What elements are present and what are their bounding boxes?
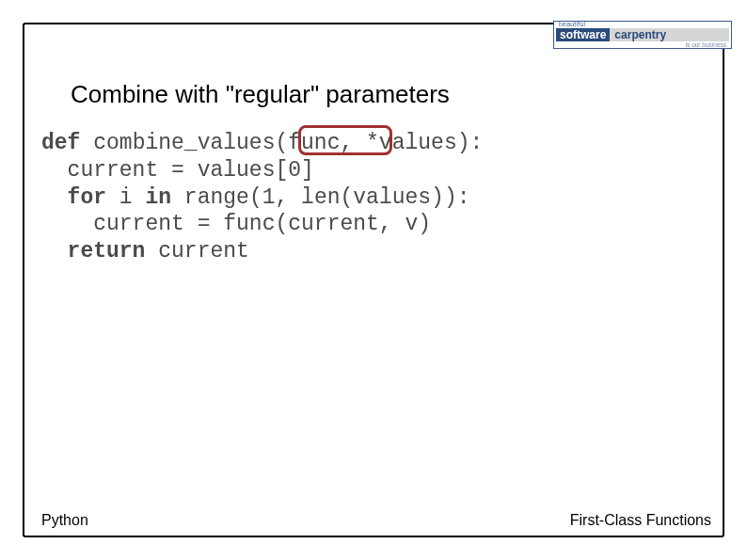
code-kw-return: return <box>68 239 146 264</box>
slide: beautiful software carpentry is our busi… <box>0 0 747 560</box>
slide-title: Combine with "regular" parameters <box>71 80 450 109</box>
logo: beautiful software carpentry is our busi… <box>553 21 732 49</box>
code-text: range(1, len(values)): <box>171 185 469 210</box>
footer-right: First-Class Functions <box>570 512 711 529</box>
code-kw-for: for <box>68 185 106 210</box>
code-text: current = func(current, v) <box>41 212 431 236</box>
code-text: current <box>145 239 248 264</box>
code-text: current = values[0] <box>41 158 314 183</box>
code-kw-in: in <box>145 185 171 210</box>
footer-left: Python <box>41 512 88 529</box>
code-kw-def: def <box>41 131 80 155</box>
code-text: combine_values(func, *values): <box>80 131 483 155</box>
code-text <box>41 239 68 264</box>
logo-software: software <box>556 28 610 41</box>
code-block: def combine_values(func, *values): curre… <box>41 130 483 265</box>
logo-tagline-bottom: is our business <box>556 42 729 49</box>
logo-main: software carpentry <box>556 28 729 41</box>
code-text <box>41 185 68 210</box>
logo-tagline-top: beautiful <box>556 21 729 27</box>
code-text: i <box>106 185 145 210</box>
logo-carpentry: carpentry <box>610 28 729 41</box>
